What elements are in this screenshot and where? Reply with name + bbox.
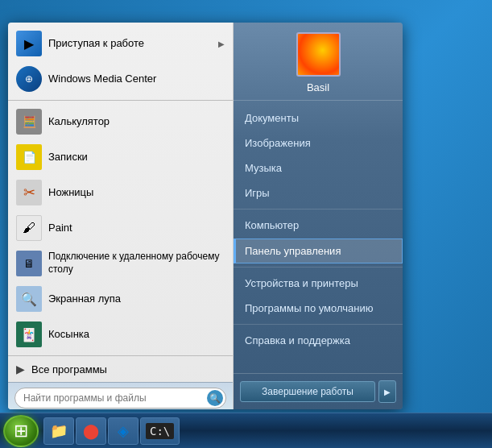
right-separator-2 [234,267,403,268]
menu-item-calculator[interactable]: 🧮 Калькулятор [8,104,233,139]
right-item-control-panel[interactable]: Панель управления [234,239,403,263]
right-item-images[interactable]: Изображения [234,131,403,156]
notes-label: Записки [48,151,88,164]
all-programs-item[interactable]: ▶ Все программы [8,355,233,382]
right-separator-1 [234,209,403,209]
right-item-default-programs[interactable]: Программы по умолчанию [234,296,403,321]
getting-started-arrow: ▶ [218,39,225,48]
user-section: Basil [234,23,403,101]
start-button[interactable]: ⊞ [3,415,39,447]
right-item-computer[interactable]: Компьютер [234,213,403,238]
right-item-games[interactable]: Игры [234,180,403,205]
menu-item-notes[interactable]: 📄 Записки [8,139,233,175]
terminal-icon: C:\ [146,423,174,439]
menu-items-list: ▶ Приступая к работе ▶ ⊕ Windows Media C… [8,23,233,355]
left-panel: ▶ Приступая к работе ▶ ⊕ Windows Media C… [8,23,234,409]
getting-started-label: Приступая к работе [48,37,144,51]
right-item-help[interactable]: Справка и поддержка [234,328,403,353]
calculator-label: Калькулятор [48,115,110,129]
menu-item-wmc[interactable]: ⊕ Windows Media Center [8,61,233,97]
taskbar-terminal[interactable]: C:\ [140,417,180,445]
solitaire-label: Косынка [48,328,89,342]
menu-item-scissors[interactable]: ✂ Ножницы [8,175,233,210]
right-menu-items: Документы Изображения Музыка Игры Компью… [234,101,403,373]
chrome-icon: ⬤ [83,422,99,440]
separator-1 [8,100,233,101]
right-item-documents[interactable]: Документы [234,106,403,131]
search-submit-icon[interactable]: 🔍 [207,390,223,406]
search-wrap: 🔍 [14,388,226,409]
desktop: ▶ Приступая к работе ▶ ⊕ Windows Media C… [0,0,492,448]
right-item-music[interactable]: Музыка [234,156,403,180]
right-item-devices[interactable]: Устройства и принтеры [234,271,403,296]
menu-item-magnifier[interactable]: 🔍 Экранная лупа [8,281,233,317]
search-input[interactable] [14,388,226,409]
taskbar: ⊞ 📁 ⬤ ◈ C:\ [0,413,492,448]
menu-item-solitaire[interactable]: 🃏 Косынка [8,317,233,352]
shutdown-row: Завершение работы ▶ [234,373,403,409]
edge-icon: ◈ [118,422,129,440]
taskbar-file-explorer[interactable]: 📁 [43,417,74,445]
menu-item-remote[interactable]: 🖥 Подключение к удаленному рабочему стол… [8,246,233,281]
right-panel: Basil Документы Изображения Музыка Игры … [234,23,403,409]
scissors-label: Ножницы [48,186,93,200]
remote-label: Подключение к удаленному рабочему столу [48,251,225,276]
menu-item-getting-started[interactable]: ▶ Приступая к работе ▶ [8,26,233,61]
taskbar-edge[interactable]: ◈ [108,417,139,445]
file-explorer-icon: 📁 [50,422,68,440]
user-name: Basil [307,81,329,93]
right-separator-3 [234,324,403,325]
all-programs-icon: ▶ [16,363,25,375]
remote-icon: 🖥 [16,251,42,276]
wmc-icon: ⊕ [16,66,42,92]
taskbar-chrome[interactable]: ⬤ [76,417,106,445]
search-box: 🔍 [8,382,233,409]
scissors-icon: ✂ [16,180,42,205]
shutdown-arrow-button[interactable]: ▶ [378,380,396,403]
start-menu: ▶ Приступая к работе ▶ ⊕ Windows Media C… [8,23,403,409]
solitaire-icon: 🃏 [16,321,42,347]
paint-icon: 🖌 [16,215,42,241]
user-avatar[interactable] [296,32,341,77]
notes-icon: 📄 [16,144,42,170]
all-programs-label: Все программы [31,363,107,375]
windows-logo: ⊞ [14,421,28,442]
shutdown-button[interactable]: Завершение работы [240,381,375,402]
magnifier-label: Экранная лупа [48,292,121,306]
menu-item-paint[interactable]: 🖌 Paint [8,210,233,246]
getting-started-icon: ▶ [16,31,42,56]
wmc-label: Windows Media Center [48,73,156,86]
paint-label: Paint [48,222,72,235]
calculator-icon: 🧮 [16,109,42,135]
magnifier-icon: 🔍 [16,286,42,312]
